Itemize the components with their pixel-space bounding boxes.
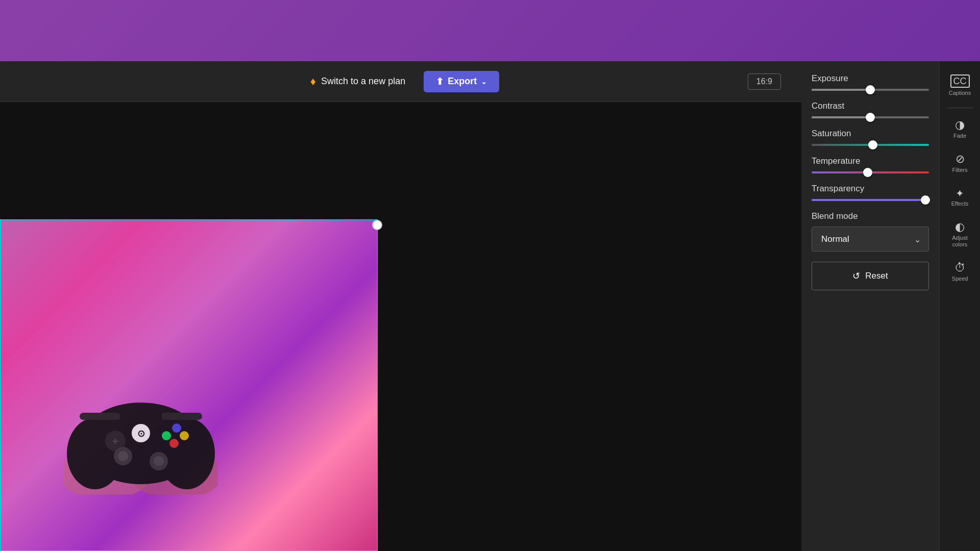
saturation-thumb[interactable] <box>868 140 877 149</box>
blend-mode-dropdown[interactable]: Normal Multiply Screen Overlay Darken Li… <box>812 227 929 252</box>
aspect-ratio-badge[interactable]: 16:9 <box>748 73 781 90</box>
temperature-thumb[interactable] <box>863 168 872 177</box>
saturation-label: Saturation <box>812 129 929 139</box>
video-canvas: ⊙ ✛ <box>0 102 801 551</box>
controller-svg: ⊙ ✛ <box>64 362 217 494</box>
export-button[interactable]: ⬆ Export ⌄ <box>424 71 499 92</box>
sidebar-item-filters[interactable]: ⊘ Filters <box>942 148 978 179</box>
export-chevron-icon: ⌄ <box>481 78 487 86</box>
svg-point-18 <box>154 456 164 466</box>
svg-point-10 <box>172 423 181 433</box>
temperature-slider-track[interactable] <box>812 171 929 173</box>
saturation-slider-track[interactable] <box>812 144 929 146</box>
contrast-section: Contrast <box>812 101 929 118</box>
sidebar-item-effects[interactable]: ✦ Effects <box>942 183 978 212</box>
svg-point-4 <box>159 418 215 489</box>
reset-label: Reset <box>865 271 888 281</box>
filters-label: Filters <box>952 167 968 173</box>
switch-plan-label: Switch to a new plan <box>321 76 405 87</box>
side-icons-panel: CC Captions ◑ Fade ⊘ Filters ✦ Effects ◐… <box>939 61 980 551</box>
svg-point-12 <box>180 431 189 440</box>
blend-mode-section: Blend mode Normal Multiply Screen Overla… <box>812 211 929 252</box>
svg-rect-14 <box>161 413 202 420</box>
transparency-section: Transparency <box>812 184 929 201</box>
transparency-slider-track[interactable] <box>812 199 929 201</box>
svg-point-11 <box>169 439 179 448</box>
adjust-colors-icon: ◐ <box>955 221 965 233</box>
svg-point-9 <box>162 431 171 440</box>
reset-button[interactable]: ↺ Reset <box>812 262 929 290</box>
controller-visual: ⊙ ✛ <box>52 326 230 530</box>
reset-icon: ↺ <box>852 270 860 282</box>
export-up-icon: ⬆ <box>436 76 444 87</box>
adjustments-panel: Exposure Contrast Saturation <box>801 61 939 551</box>
speed-icon: ⏱ <box>954 262 966 273</box>
blend-mode-label: Blend mode <box>812 211 929 221</box>
fade-label: Fade <box>953 133 966 139</box>
temperature-label: Temperature <box>812 156 929 166</box>
preview-toolbar: ♦ Switch to a new plan ⬆ Export ⌄ 16:9 <box>0 61 801 102</box>
exposure-section: Exposure <box>812 73 929 91</box>
svg-rect-13 <box>80 413 120 420</box>
speed-label: Speed <box>952 276 968 282</box>
contrast-slider-track[interactable] <box>812 116 929 118</box>
contrast-label: Contrast <box>812 101 929 111</box>
sidebar-item-captions[interactable]: CC Captions <box>942 69 978 102</box>
sidebar-item-fade[interactable]: ◑ Fade <box>942 114 978 144</box>
diamond-icon: ♦ <box>310 75 316 88</box>
transparency-thumb[interactable] <box>921 195 930 205</box>
fade-icon: ◑ <box>955 119 965 131</box>
svg-point-16 <box>118 451 128 461</box>
switch-plan-button[interactable]: ♦ Switch to a new plan <box>302 71 413 92</box>
sidebar-item-adjust-colors[interactable]: ◐ Adjust colors <box>942 216 978 253</box>
right-panel: Exposure Contrast Saturation <box>801 61 980 551</box>
filters-icon: ⊘ <box>955 154 965 165</box>
export-label: Export <box>448 76 477 87</box>
transparency-label: Transparency <box>812 184 929 194</box>
blend-mode-select[interactable]: Normal Multiply Screen Overlay Darken Li… <box>812 227 929 252</box>
svg-text:✛: ✛ <box>112 437 118 445</box>
edge-resize-handle[interactable] <box>372 220 382 230</box>
saturation-section: Saturation <box>812 129 929 146</box>
adjust-colors-label: Adjust colors <box>945 235 975 248</box>
temperature-section: Temperature <box>812 156 929 173</box>
video-preview: ⊙ ✛ <box>0 219 378 551</box>
preview-area: ♦ Switch to a new plan ⬆ Export ⌄ 16:9 <box>0 61 801 551</box>
captions-label: Captions <box>949 90 971 96</box>
svg-text:⊙: ⊙ <box>137 429 145 439</box>
aspect-ratio-value: 16:9 <box>756 77 772 86</box>
captions-icon: CC <box>950 74 970 88</box>
exposure-thumb[interactable] <box>866 85 875 94</box>
effects-icon: ✦ <box>955 188 964 198</box>
contrast-thumb[interactable] <box>866 113 875 122</box>
exposure-slider-track[interactable] <box>812 89 929 91</box>
effects-label: Effects <box>951 201 968 207</box>
sidebar-item-speed[interactable]: ⏱ Speed <box>942 257 978 287</box>
exposure-label: Exposure <box>812 73 929 84</box>
divider-1 <box>947 108 973 108</box>
